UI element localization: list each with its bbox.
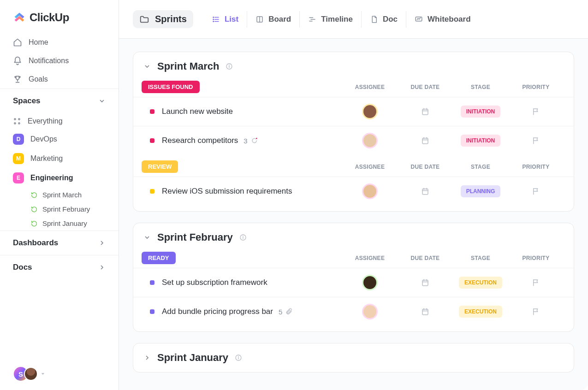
tab-board[interactable]: Board <box>247 11 299 28</box>
svg-point-2 <box>14 123 16 124</box>
tab-timeline[interactable]: Timeline <box>299 11 361 28</box>
priority-cell[interactable] <box>508 136 564 145</box>
spaces-section-header[interactable]: Spaces <box>0 89 119 113</box>
task-sub-count[interactable]: 5 <box>279 308 292 316</box>
status-badge[interactable]: READY <box>142 252 176 264</box>
tab-label: Timeline <box>321 15 353 24</box>
sprint-card: Sprint March ISSUES FOUND ASSIGNEE DUE D… <box>133 52 574 212</box>
task-row[interactable]: Set up subscription framework EXECUTION <box>133 268 574 297</box>
col-assignee: ASSIGNEE <box>342 84 398 90</box>
due-date-cell[interactable] <box>398 187 453 195</box>
svg-point-19 <box>229 65 230 65</box>
stage-cell[interactable]: INITIATION <box>453 135 508 147</box>
sidebar-sprint-item[interactable]: Sprint January <box>0 216 119 230</box>
sprint-label: Sprint January <box>42 219 87 227</box>
info-icon[interactable] <box>239 234 247 241</box>
info-icon[interactable] <box>226 63 233 70</box>
group-header: ISSUES FOUND ASSIGNEE DUE DATE STAGE PRI… <box>133 81 574 97</box>
chevron-down-icon[interactable] <box>143 63 151 70</box>
tab-whiteboard[interactable]: Whiteboard <box>406 11 479 28</box>
due-date-cell[interactable] <box>398 107 453 116</box>
col-due: DUE DATE <box>398 164 453 170</box>
main-area: Sprints List Board Timeline Doc Whiteboa… <box>119 0 588 390</box>
assignee-avatar <box>362 275 378 290</box>
everything-label: Everything <box>28 117 63 125</box>
paperclip-icon <box>285 308 292 315</box>
col-stage: STAGE <box>453 164 508 170</box>
user-switcher[interactable]: S <box>0 358 119 390</box>
space-engineering[interactable]: E Engineering <box>0 168 119 188</box>
status-badge[interactable]: ISSUES FOUND <box>142 81 200 93</box>
docs-section-header[interactable]: Docs <box>0 255 119 279</box>
assignee-avatar <box>362 104 378 119</box>
col-due: DUE DATE <box>398 255 453 261</box>
assignee-cell[interactable] <box>342 304 398 319</box>
assignee-avatar <box>362 304 378 319</box>
nav-home[interactable]: Home <box>0 33 119 52</box>
assignee-cell[interactable] <box>342 183 398 199</box>
space-badge: D <box>13 134 24 145</box>
task-sub-count[interactable]: 3 <box>244 137 257 145</box>
chevron-right-icon[interactable] <box>143 354 151 361</box>
task-row[interactable]: Review iOS submission requirements PLANN… <box>133 177 574 206</box>
nav-goals[interactable]: Goals <box>0 70 119 89</box>
assignee-cell[interactable] <box>342 275 398 290</box>
space-devops[interactable]: D DevOps <box>0 130 119 149</box>
task-row[interactable]: Launch new website INITIATION <box>133 97 574 126</box>
col-priority: PRIORITY <box>508 255 564 261</box>
svg-rect-25 <box>422 138 428 144</box>
due-date-cell[interactable] <box>398 278 453 287</box>
task-row[interactable]: Research competitors 3 INITIATION <box>133 126 574 155</box>
stage-pill: INITIATION <box>461 135 500 147</box>
sidebar: ClickUp Home Notifications Goals Spaces … <box>0 0 119 390</box>
stage-cell[interactable]: INITIATION <box>453 106 508 118</box>
assignee-cell[interactable] <box>342 133 398 148</box>
everything-item[interactable]: Everything <box>0 113 119 130</box>
avatar-stack: S <box>13 366 38 382</box>
nav-notifications[interactable]: Notifications <box>0 52 119 70</box>
col-priority: PRIORITY <box>508 84 564 90</box>
due-date-cell[interactable] <box>398 307 453 316</box>
nav-label: Home <box>29 38 48 47</box>
chevron-down-icon[interactable] <box>143 234 151 241</box>
dashboards-section-header[interactable]: Dashboards <box>0 230 119 255</box>
sprint-icon <box>30 206 38 213</box>
user-avatar <box>24 367 38 381</box>
stage-pill: INITIATION <box>461 106 500 118</box>
list-icon <box>212 15 220 24</box>
col-due: DUE DATE <box>398 84 453 90</box>
due-date-cell[interactable] <box>398 136 453 145</box>
status-badge[interactable]: REVIEW <box>142 160 178 173</box>
assignee-avatar <box>362 183 378 199</box>
sidebar-sprint-item[interactable]: Sprint March <box>0 188 119 202</box>
task-title: Add bundle pricing progress bar <box>162 307 273 316</box>
board-icon <box>255 15 264 24</box>
task-title: Set up subscription framework <box>162 278 267 287</box>
task-row[interactable]: Add bundle pricing progress bar 5 EXECUT… <box>133 297 574 326</box>
tab-list[interactable]: List <box>203 11 247 28</box>
sprint-header: Sprint January <box>133 343 574 372</box>
info-icon[interactable] <box>235 354 242 361</box>
status-dot <box>150 189 154 194</box>
stage-cell[interactable]: PLANNING <box>453 185 508 197</box>
caret-down-icon <box>41 372 45 376</box>
priority-cell[interactable] <box>508 278 564 287</box>
assignee-cell[interactable] <box>342 104 398 119</box>
priority-cell[interactable] <box>508 187 564 195</box>
svg-point-1 <box>18 118 20 120</box>
stage-cell[interactable]: EXECUTION <box>453 306 508 318</box>
calendar-icon <box>421 136 429 145</box>
folder-breadcrumb[interactable]: Sprints <box>133 10 193 28</box>
folder-icon <box>139 14 149 24</box>
sprint-header: Sprint February <box>133 223 574 252</box>
stage-pill: EXECUTION <box>459 306 502 318</box>
priority-cell[interactable] <box>508 107 564 116</box>
stage-pill: PLANNING <box>461 185 501 197</box>
app-logo[interactable]: ClickUp <box>0 11 119 33</box>
priority-cell[interactable] <box>508 307 564 316</box>
space-marketing[interactable]: M Marketing <box>0 149 119 168</box>
content-area: Sprint March ISSUES FOUND ASSIGNEE DUE D… <box>119 39 588 390</box>
sidebar-sprint-item[interactable]: Sprint February <box>0 202 119 216</box>
stage-cell[interactable]: EXECUTION <box>453 277 508 289</box>
tab-doc[interactable]: Doc <box>361 11 406 28</box>
